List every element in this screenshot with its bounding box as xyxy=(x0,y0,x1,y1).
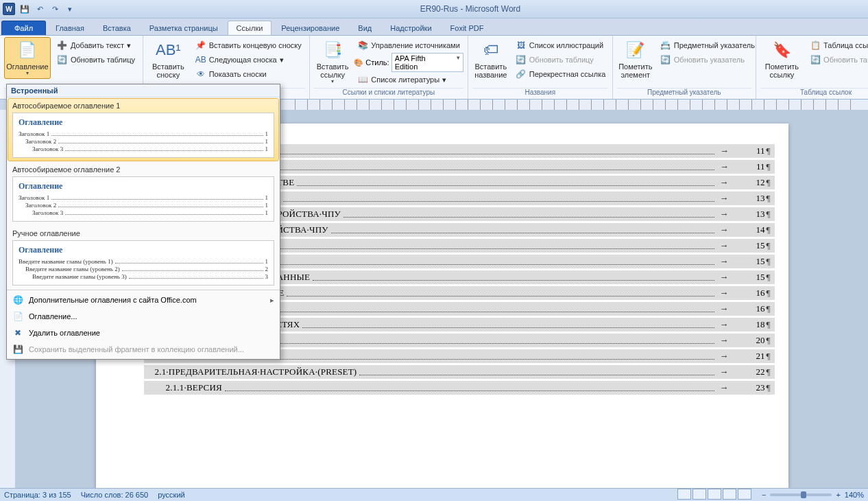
tab-addins[interactable]: Надстройки xyxy=(381,21,440,35)
status-page[interactable]: Страница: 3 из 155 xyxy=(4,491,71,499)
toa-icon: 📋 xyxy=(810,40,821,51)
save-gallery-icon: 💾 xyxy=(12,344,23,355)
citation-icon: 📑 xyxy=(322,39,343,61)
bibliography-button[interactable]: 📖Список литературы ▾ xyxy=(354,73,463,86)
update-table-button[interactable]: 🔄Обновить таблицу xyxy=(53,53,138,67)
qat-more-icon[interactable]: ▾ xyxy=(64,3,75,14)
toc-entry[interactable]: 2.1.1·ВЕРСИЯ→23¶ xyxy=(144,381,775,395)
update-icon: 🔄 xyxy=(57,54,68,65)
update-index-icon: 🔄 xyxy=(660,54,671,65)
bibliography-icon: 📖 xyxy=(357,74,368,85)
insert-footnote-button[interactable]: AB¹ Вставить сноску xyxy=(147,37,189,81)
window-title: ER90-Rus - Microsoft Word xyxy=(75,4,865,14)
insert-citation-button[interactable]: 📑 Вставить ссылку ▾ xyxy=(314,37,352,87)
subject-index-button[interactable]: 📇Предметный указатель xyxy=(657,38,758,52)
list-figures-icon: 🖼 xyxy=(516,40,527,51)
save-icon[interactable]: 💾 xyxy=(19,3,30,14)
zoom-percent[interactable]: 140% xyxy=(845,491,864,499)
update-toa-icon: 🔄 xyxy=(810,54,821,65)
show-notes-button[interactable]: 👁Показать сноски xyxy=(192,67,305,81)
status-language[interactable]: русский xyxy=(158,491,184,499)
manage-sources-icon: 📚 xyxy=(357,40,368,51)
index-icon: 📇 xyxy=(660,40,671,51)
manage-sources-button[interactable]: 📚Управление источниками xyxy=(354,38,463,52)
cross-ref-button[interactable]: 🔗Перекрестная ссылка xyxy=(512,67,610,81)
gallery-menu-remove-toc[interactable]: ✖Удалить оглавление xyxy=(7,325,280,341)
titlebar: W 💾 ↶ ↷ ▾ ER90-Rus - Microsoft Word xyxy=(0,0,868,19)
next-footnote-button[interactable]: ABСледующая сноска ▾ xyxy=(192,53,305,67)
office-icon: 🌐 xyxy=(12,294,23,305)
group-label-captions: Названия xyxy=(472,88,608,99)
status-words[interactable]: Число слов: 26 650 xyxy=(81,491,148,499)
footnote-icon: AB¹ xyxy=(157,39,179,61)
group-label-toa: Таблица ссылок xyxy=(760,88,868,99)
endnote-icon: 📌 xyxy=(195,40,206,51)
gallery-menu-more-office[interactable]: 🌐Дополнительные оглавления с сайта Offic… xyxy=(7,292,280,308)
group-label-citations: Ссылки и списки литературы xyxy=(314,88,463,99)
ribbon-tabs: Файл Главная Вставка Разметка страницы С… xyxy=(0,19,868,36)
list-figures-button[interactable]: 🖼Список иллюстраций xyxy=(512,38,610,52)
caption-icon: 🏷 xyxy=(480,39,502,61)
show-notes-icon: 👁 xyxy=(195,69,206,80)
add-text-button[interactable]: ➕Добавить текст ▾ xyxy=(53,38,138,52)
status-bar: Страница: 3 из 155 Число слов: 26 650 ру… xyxy=(0,488,868,501)
tab-home[interactable]: Главная xyxy=(47,21,93,35)
citation-style-select[interactable]: APA Fifth Edition xyxy=(391,53,463,72)
add-text-icon: ➕ xyxy=(57,40,68,51)
toc-button[interactable]: 📄 Оглавление ▾ xyxy=(4,37,51,79)
redo-icon[interactable]: ↷ xyxy=(49,3,60,14)
gallery-category-builtin: Встроенный xyxy=(7,84,280,97)
mark-citation-button[interactable]: 🔖 Пометить ссылку xyxy=(760,37,804,81)
update-index-button[interactable]: 🔄Обновить указатель xyxy=(657,53,758,67)
remove-toc-icon: ✖ xyxy=(12,327,23,338)
insert-endnote-button[interactable]: 📌Вставить концевую сноску xyxy=(192,38,305,52)
gallery-menu-insert-toc[interactable]: 📄Оглавление... xyxy=(7,308,280,325)
gallery-item-auto-toc-2[interactable]: Автособираемое оглавление 2 Оглавление З… xyxy=(8,162,279,225)
toc-entry[interactable]: 2.1·ПРЕДВАРИТЕЛЬНАЯ·НАСТРОЙКА·(PRESET)→2… xyxy=(144,365,775,379)
group-label-index: Предметный указатель xyxy=(617,88,751,99)
update-captions-button[interactable]: 🔄Обновить таблицу xyxy=(512,53,610,67)
toc-gallery-dropdown: Встроенный Автособираемое оглавление 1 О… xyxy=(6,84,280,360)
next-footnote-icon: AB xyxy=(195,54,206,65)
table-authorities-button[interactable]: 📋Таблица ссылок xyxy=(806,38,868,52)
zoom-in-icon[interactable]: + xyxy=(836,491,840,499)
tab-review[interactable]: Рецензирование xyxy=(272,21,348,35)
zoom-slider[interactable] xyxy=(770,493,832,496)
mark-citation-icon: 🔖 xyxy=(771,39,793,61)
gallery-menu-save-selection: 💾Сохранить выделенный фрагмент в коллекц… xyxy=(7,341,280,358)
gallery-item-manual-toc[interactable]: Ручное оглавление Оглавление Введите наз… xyxy=(8,226,279,289)
tab-view[interactable]: Вид xyxy=(349,21,381,35)
insert-caption-button[interactable]: 🏷 Вставить название xyxy=(472,37,509,81)
style-icon: 🎨 xyxy=(354,58,363,67)
zoom-out-icon[interactable]: − xyxy=(762,491,766,499)
mark-entry-icon: 📝 xyxy=(625,39,647,61)
tab-file[interactable]: Файл xyxy=(1,21,46,35)
zoom-control[interactable]: − + 140% xyxy=(762,491,864,499)
tab-insert[interactable]: Вставка xyxy=(94,21,140,35)
cross-ref-icon: 🔗 xyxy=(516,69,527,80)
tab-layout[interactable]: Разметка страницы xyxy=(141,21,227,35)
undo-icon[interactable]: ↶ xyxy=(34,3,45,14)
gallery-item-auto-toc-1[interactable]: Автособираемое оглавление 1 Оглавление З… xyxy=(8,98,279,161)
mark-entry-button[interactable]: 📝 Пометить элемент xyxy=(617,37,654,81)
tab-foxit[interactable]: Foxit PDF xyxy=(442,21,493,35)
tab-references[interactable]: Ссылки xyxy=(228,21,272,35)
insert-toc-icon: 📄 xyxy=(12,311,23,322)
quick-access-toolbar: 💾 ↶ ↷ ▾ xyxy=(19,3,75,14)
word-app-icon[interactable]: W xyxy=(3,3,15,15)
view-buttons[interactable] xyxy=(677,489,752,501)
chevron-right-icon: ▸ xyxy=(270,296,274,305)
update-captions-icon: 🔄 xyxy=(516,54,527,65)
update-toa-button[interactable]: 🔄Обновить таблицу xyxy=(806,53,868,67)
toc-icon: 📄 xyxy=(16,39,38,61)
